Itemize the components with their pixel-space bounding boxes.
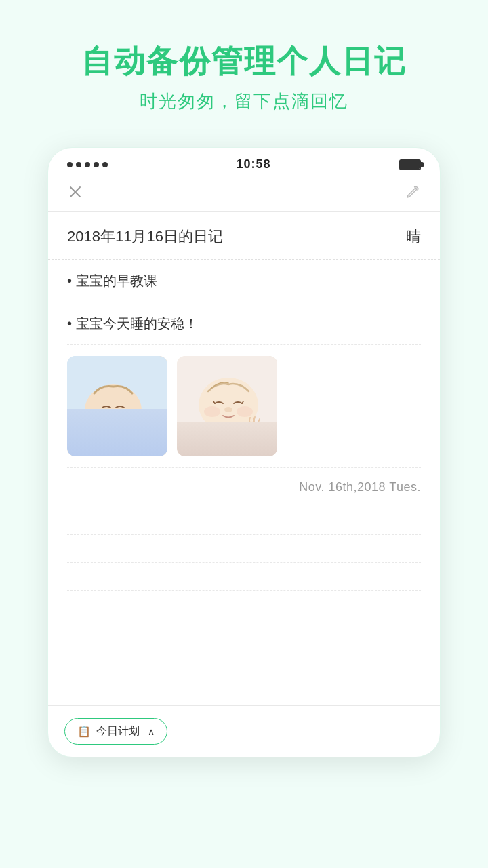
diary-date-row: Nov. 16th,2018 Tues. bbox=[48, 468, 440, 507]
empty-line-2 bbox=[67, 535, 421, 563]
plan-label: 今日计划 bbox=[96, 724, 140, 738]
plan-arrow-icon: ∧ bbox=[148, 726, 155, 737]
dot-3 bbox=[85, 162, 90, 167]
dot-1 bbox=[67, 162, 73, 167]
svg-point-11 bbox=[183, 420, 271, 456]
svg-point-8 bbox=[120, 410, 134, 418]
svg-rect-12 bbox=[194, 424, 260, 456]
svg-point-6 bbox=[110, 410, 117, 414]
diary-item-2: 宝宝今天睡的安稳！ bbox=[67, 302, 421, 345]
photos-row bbox=[67, 345, 421, 468]
dot-2 bbox=[76, 162, 81, 167]
svg-rect-4 bbox=[81, 420, 154, 456]
svg-point-9 bbox=[79, 422, 98, 436]
diary-title-row: 2018年11月16日的日记 晴 bbox=[48, 212, 440, 260]
weather-badge: 晴 bbox=[406, 226, 421, 247]
svg-point-5 bbox=[85, 384, 142, 436]
main-title: 自动备份管理个人日记 bbox=[81, 41, 407, 83]
empty-line-3 bbox=[67, 563, 421, 591]
edit-button[interactable] bbox=[402, 181, 424, 203]
baby-photo-1 bbox=[67, 356, 167, 456]
empty-lines bbox=[48, 507, 440, 618]
diary-content: 2018年11月16日的日记 晴 宝宝的早教课 宝宝今天睡的安稳！ bbox=[48, 212, 440, 705]
today-plan-button[interactable]: 📋 今日计划 ∧ bbox=[64, 718, 167, 745]
sub-title: 时光匆匆，留下点滴回忆 bbox=[81, 90, 407, 113]
empty-line-4 bbox=[67, 591, 421, 618]
plan-icon: 📋 bbox=[77, 725, 91, 738]
page-header: 自动备份管理个人日记 时光匆匆，留下点滴回忆 bbox=[81, 41, 407, 113]
phone-mockup: 10:58 2018年11月16日的日记 晴 宝宝 bbox=[47, 147, 441, 757]
svg-point-15 bbox=[204, 406, 220, 417]
svg-point-13 bbox=[199, 378, 258, 432]
svg-point-14 bbox=[224, 407, 232, 412]
battery-fill bbox=[401, 161, 420, 169]
battery-icon bbox=[399, 159, 421, 170]
diary-date: Nov. 16th,2018 Tues. bbox=[299, 480, 421, 494]
toolbar bbox=[48, 176, 440, 212]
baby-photo-2 bbox=[177, 356, 277, 456]
svg-point-16 bbox=[237, 406, 253, 417]
status-bar: 10:58 bbox=[48, 148, 440, 176]
empty-line-1 bbox=[67, 507, 421, 535]
signal-dots bbox=[67, 162, 108, 167]
diary-lines: 宝宝的早教课 宝宝今天睡的安稳！ bbox=[48, 260, 440, 468]
svg-point-3 bbox=[70, 414, 165, 456]
svg-point-7 bbox=[93, 410, 106, 418]
bottom-bar: 📋 今日计划 ∧ bbox=[48, 705, 440, 757]
dot-4 bbox=[94, 162, 99, 167]
diary-title: 2018年11月16日的日记 bbox=[67, 226, 223, 247]
close-button[interactable] bbox=[64, 181, 86, 203]
diary-item-1: 宝宝的早教课 bbox=[67, 260, 421, 302]
dot-5 bbox=[102, 162, 108, 167]
status-time: 10:58 bbox=[236, 157, 270, 172]
svg-point-17 bbox=[241, 421, 262, 437]
